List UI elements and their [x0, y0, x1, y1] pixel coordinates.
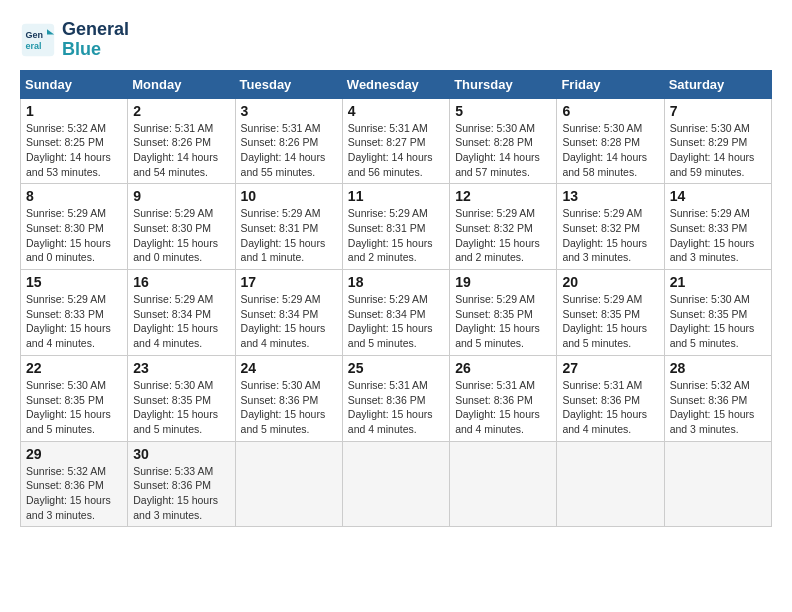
calendar-cell: 9Sunrise: 5:29 AM Sunset: 8:30 PM Daylig… [128, 184, 235, 270]
day-info: Sunrise: 5:29 AM Sunset: 8:33 PM Dayligh… [26, 292, 122, 351]
day-info: Sunrise: 5:31 AM Sunset: 8:36 PM Dayligh… [348, 378, 444, 437]
day-info: Sunrise: 5:29 AM Sunset: 8:35 PM Dayligh… [455, 292, 551, 351]
day-number: 3 [241, 103, 337, 119]
calendar-cell: 18Sunrise: 5:29 AM Sunset: 8:34 PM Dayli… [342, 270, 449, 356]
day-of-week-header: Sunday [21, 70, 128, 98]
day-info: Sunrise: 5:31 AM Sunset: 8:26 PM Dayligh… [133, 121, 229, 180]
day-number: 11 [348, 188, 444, 204]
calendar-body: 1Sunrise: 5:32 AM Sunset: 8:25 PM Daylig… [21, 98, 772, 527]
calendar-cell: 1Sunrise: 5:32 AM Sunset: 8:25 PM Daylig… [21, 98, 128, 184]
calendar-cell: 29Sunrise: 5:32 AM Sunset: 8:36 PM Dayli… [21, 441, 128, 527]
calendar-cell: 15Sunrise: 5:29 AM Sunset: 8:33 PM Dayli… [21, 270, 128, 356]
day-info: Sunrise: 5:30 AM Sunset: 8:36 PM Dayligh… [241, 378, 337, 437]
logo: Gen eral General Blue [20, 20, 129, 60]
calendar-cell: 20Sunrise: 5:29 AM Sunset: 8:35 PM Dayli… [557, 270, 664, 356]
day-number: 29 [26, 446, 122, 462]
calendar-cell: 17Sunrise: 5:29 AM Sunset: 8:34 PM Dayli… [235, 270, 342, 356]
day-info: Sunrise: 5:30 AM Sunset: 8:35 PM Dayligh… [670, 292, 766, 351]
day-number: 26 [455, 360, 551, 376]
day-number: 10 [241, 188, 337, 204]
calendar-cell: 30Sunrise: 5:33 AM Sunset: 8:36 PM Dayli… [128, 441, 235, 527]
day-info: Sunrise: 5:29 AM Sunset: 8:30 PM Dayligh… [26, 206, 122, 265]
day-number: 18 [348, 274, 444, 290]
day-number: 24 [241, 360, 337, 376]
day-info: Sunrise: 5:29 AM Sunset: 8:34 PM Dayligh… [241, 292, 337, 351]
day-number: 17 [241, 274, 337, 290]
day-info: Sunrise: 5:31 AM Sunset: 8:36 PM Dayligh… [562, 378, 658, 437]
day-number: 2 [133, 103, 229, 119]
day-number: 16 [133, 274, 229, 290]
day-info: Sunrise: 5:32 AM Sunset: 8:36 PM Dayligh… [26, 464, 122, 523]
day-info: Sunrise: 5:30 AM Sunset: 8:35 PM Dayligh… [133, 378, 229, 437]
day-number: 14 [670, 188, 766, 204]
calendar-week-row: 8Sunrise: 5:29 AM Sunset: 8:30 PM Daylig… [21, 184, 772, 270]
day-number: 28 [670, 360, 766, 376]
calendar-week-row: 29Sunrise: 5:32 AM Sunset: 8:36 PM Dayli… [21, 441, 772, 527]
day-info: Sunrise: 5:29 AM Sunset: 8:31 PM Dayligh… [348, 206, 444, 265]
day-number: 7 [670, 103, 766, 119]
calendar-cell: 8Sunrise: 5:29 AM Sunset: 8:30 PM Daylig… [21, 184, 128, 270]
header: Gen eral General Blue [20, 20, 772, 60]
calendar-header: SundayMondayTuesdayWednesdayThursdayFrid… [21, 70, 772, 98]
day-number: 6 [562, 103, 658, 119]
calendar-cell: 7Sunrise: 5:30 AM Sunset: 8:29 PM Daylig… [664, 98, 771, 184]
day-number: 21 [670, 274, 766, 290]
day-number: 15 [26, 274, 122, 290]
day-number: 22 [26, 360, 122, 376]
day-info: Sunrise: 5:29 AM Sunset: 8:35 PM Dayligh… [562, 292, 658, 351]
day-info: Sunrise: 5:29 AM Sunset: 8:34 PM Dayligh… [133, 292, 229, 351]
day-info: Sunrise: 5:30 AM Sunset: 8:28 PM Dayligh… [455, 121, 551, 180]
day-info: Sunrise: 5:29 AM Sunset: 8:31 PM Dayligh… [241, 206, 337, 265]
calendar-cell: 21Sunrise: 5:30 AM Sunset: 8:35 PM Dayli… [664, 270, 771, 356]
calendar-cell: 12Sunrise: 5:29 AM Sunset: 8:32 PM Dayli… [450, 184, 557, 270]
day-info: Sunrise: 5:29 AM Sunset: 8:32 PM Dayligh… [455, 206, 551, 265]
calendar-cell: 2Sunrise: 5:31 AM Sunset: 8:26 PM Daylig… [128, 98, 235, 184]
logo-text: General Blue [62, 20, 129, 60]
svg-text:eral: eral [25, 41, 41, 51]
calendar-cell: 22Sunrise: 5:30 AM Sunset: 8:35 PM Dayli… [21, 355, 128, 441]
day-info: Sunrise: 5:30 AM Sunset: 8:35 PM Dayligh… [26, 378, 122, 437]
day-number: 4 [348, 103, 444, 119]
day-number: 20 [562, 274, 658, 290]
day-info: Sunrise: 5:31 AM Sunset: 8:36 PM Dayligh… [455, 378, 551, 437]
day-of-week-header: Saturday [664, 70, 771, 98]
calendar-cell: 13Sunrise: 5:29 AM Sunset: 8:32 PM Dayli… [557, 184, 664, 270]
calendar-cell [450, 441, 557, 527]
calendar-cell: 14Sunrise: 5:29 AM Sunset: 8:33 PM Dayli… [664, 184, 771, 270]
calendar-cell: 11Sunrise: 5:29 AM Sunset: 8:31 PM Dayli… [342, 184, 449, 270]
calendar-cell: 23Sunrise: 5:30 AM Sunset: 8:35 PM Dayli… [128, 355, 235, 441]
calendar-cell: 6Sunrise: 5:30 AM Sunset: 8:28 PM Daylig… [557, 98, 664, 184]
calendar-cell [342, 441, 449, 527]
calendar-cell: 3Sunrise: 5:31 AM Sunset: 8:26 PM Daylig… [235, 98, 342, 184]
calendar: SundayMondayTuesdayWednesdayThursdayFrid… [20, 70, 772, 528]
day-number: 5 [455, 103, 551, 119]
calendar-cell [557, 441, 664, 527]
calendar-week-row: 1Sunrise: 5:32 AM Sunset: 8:25 PM Daylig… [21, 98, 772, 184]
calendar-cell: 24Sunrise: 5:30 AM Sunset: 8:36 PM Dayli… [235, 355, 342, 441]
day-of-week-header: Thursday [450, 70, 557, 98]
calendar-week-row: 15Sunrise: 5:29 AM Sunset: 8:33 PM Dayli… [21, 270, 772, 356]
calendar-header-row: SundayMondayTuesdayWednesdayThursdayFrid… [21, 70, 772, 98]
day-number: 12 [455, 188, 551, 204]
day-number: 30 [133, 446, 229, 462]
calendar-cell: 28Sunrise: 5:32 AM Sunset: 8:36 PM Dayli… [664, 355, 771, 441]
calendar-cell [664, 441, 771, 527]
day-of-week-header: Wednesday [342, 70, 449, 98]
calendar-cell [235, 441, 342, 527]
calendar-cell: 26Sunrise: 5:31 AM Sunset: 8:36 PM Dayli… [450, 355, 557, 441]
day-info: Sunrise: 5:30 AM Sunset: 8:28 PM Dayligh… [562, 121, 658, 180]
day-info: Sunrise: 5:29 AM Sunset: 8:34 PM Dayligh… [348, 292, 444, 351]
day-number: 13 [562, 188, 658, 204]
calendar-cell: 10Sunrise: 5:29 AM Sunset: 8:31 PM Dayli… [235, 184, 342, 270]
day-info: Sunrise: 5:29 AM Sunset: 8:30 PM Dayligh… [133, 206, 229, 265]
logo-icon: Gen eral [20, 22, 56, 58]
calendar-cell: 5Sunrise: 5:30 AM Sunset: 8:28 PM Daylig… [450, 98, 557, 184]
calendar-week-row: 22Sunrise: 5:30 AM Sunset: 8:35 PM Dayli… [21, 355, 772, 441]
calendar-cell: 4Sunrise: 5:31 AM Sunset: 8:27 PM Daylig… [342, 98, 449, 184]
day-info: Sunrise: 5:30 AM Sunset: 8:29 PM Dayligh… [670, 121, 766, 180]
calendar-cell: 19Sunrise: 5:29 AM Sunset: 8:35 PM Dayli… [450, 270, 557, 356]
day-number: 1 [26, 103, 122, 119]
day-info: Sunrise: 5:29 AM Sunset: 8:32 PM Dayligh… [562, 206, 658, 265]
day-number: 9 [133, 188, 229, 204]
day-info: Sunrise: 5:32 AM Sunset: 8:25 PM Dayligh… [26, 121, 122, 180]
